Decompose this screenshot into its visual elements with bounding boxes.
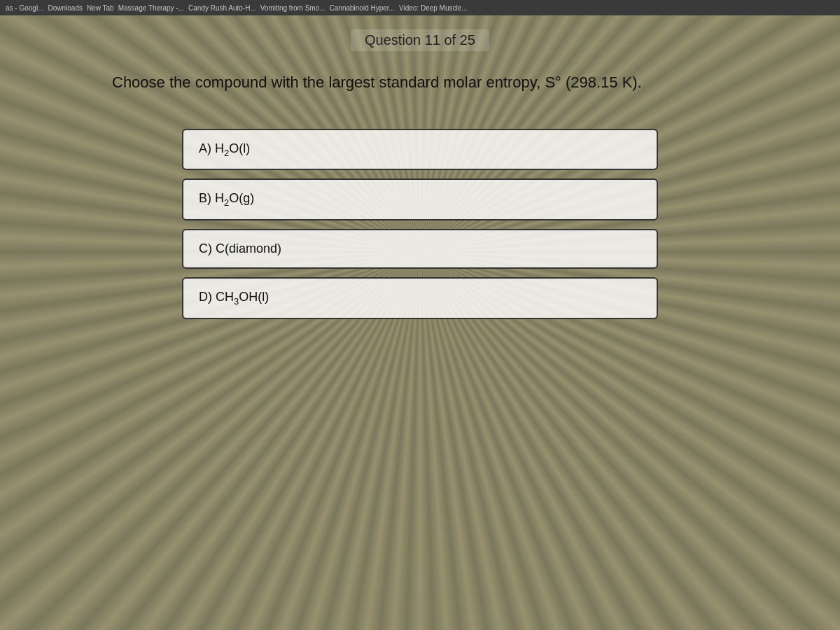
browser-tab-new[interactable]: New Tab	[87, 4, 114, 12]
option-c[interactable]: C) C(diamond)	[182, 229, 658, 269]
browser-tab-list: as - Googl...	[6, 4, 43, 12]
options-container: A) H2O(l) B) H2O(g) C) C(diamond) D) CH3…	[182, 129, 658, 319]
browser-tab-cannabinoid[interactable]: Cannabinoid Hyper...	[330, 4, 395, 12]
browser-tab-video[interactable]: Video: Deep Muscle...	[399, 4, 468, 12]
browser-tab-bar: as - Googl... Downloads New Tab Massage …	[0, 0, 840, 15]
main-content: Question 11 of 25 Choose the compound wi…	[0, 15, 840, 630]
browser-tab-downloads[interactable]: Downloads	[48, 4, 82, 12]
browser-tab-candy[interactable]: Candy Rush Auto-H...	[188, 4, 256, 12]
option-a[interactable]: A) H2O(l)	[182, 129, 658, 171]
question-text: Choose the compound with the largest sta…	[112, 72, 728, 94]
browser-tab-massage[interactable]: Massage Therapy -...	[118, 4, 184, 12]
browser-tab-vomiting[interactable]: Vomiting from Smo...	[260, 4, 326, 12]
question-counter: Question 11 of 25	[351, 29, 489, 51]
option-d[interactable]: D) CH3OH(l)	[182, 277, 658, 319]
option-b[interactable]: B) H2O(g)	[182, 178, 658, 220]
